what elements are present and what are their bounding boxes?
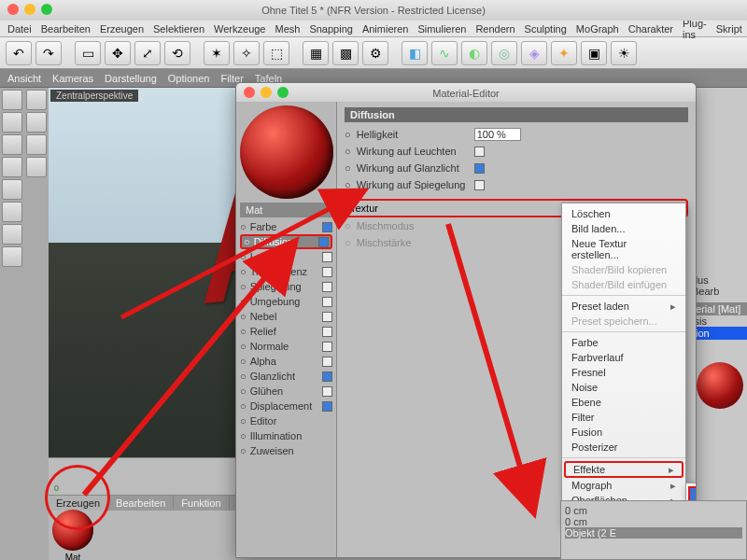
menu-item[interactable]: Mesh — [275, 23, 300, 35]
channel-glanzlicht[interactable]: ○Glanzlicht — [240, 369, 332, 384]
render-button[interactable]: ▦ — [303, 41, 329, 65]
snap-edge-icon[interactable] — [26, 134, 47, 155]
ctx-effekte[interactable]: Effekte — [564, 461, 684, 478]
scale-tool[interactable]: ⤢ — [134, 41, 161, 65]
minimize-icon[interactable] — [261, 87, 272, 98]
ctx-fresnel[interactable]: Fresnel — [562, 365, 685, 380]
ctx-neue-textur-erstellen-[interactable]: Neue Textur erstellen... — [562, 236, 685, 262]
snap-poly-icon[interactable] — [26, 157, 47, 177]
ctx-posterizer[interactable]: Posterizer — [562, 440, 685, 455]
channel-illumination[interactable]: ○Illumination — [240, 428, 332, 443]
ctx-filter[interactable]: Filter — [562, 410, 685, 425]
menu-item[interactable]: Snapping — [309, 23, 353, 35]
menu-item[interactable]: Rendern — [475, 23, 514, 35]
menu-item[interactable]: Werkzeuge — [214, 23, 265, 35]
ctx-noise[interactable]: Noise — [562, 380, 685, 395]
channel-alpha[interactable]: ○Alpha — [240, 354, 332, 369]
object-mode-icon[interactable] — [2, 112, 22, 133]
channel-spiegelung[interactable]: ○Spiegelung — [240, 279, 332, 294]
uv-mode-icon[interactable] — [2, 246, 22, 267]
material-name-field[interactable]: Mat — [240, 203, 332, 217]
polygon-mode-icon[interactable] — [2, 179, 22, 200]
subtab[interactable]: Ansicht — [7, 73, 41, 84]
zoom-icon[interactable] — [277, 87, 289, 98]
texture-mode-icon[interactable] — [2, 202, 22, 222]
menu-item[interactable]: Animieren — [362, 23, 409, 35]
nurbs-primitive[interactable]: ◐ — [461, 41, 487, 65]
snap-point-icon[interactable] — [26, 112, 47, 133]
checkbox[interactable] — [474, 147, 485, 157]
snap-grid-icon[interactable] — [26, 90, 47, 110]
channel-transparenz[interactable]: ○Transparenz — [240, 264, 332, 279]
ctx-farbe[interactable]: Farbe — [562, 335, 685, 350]
channel-glühen[interactable]: ○Glühen — [240, 384, 332, 399]
channel-leuchten[interactable]: ○Leuchten — [240, 249, 332, 264]
checkbox[interactable] — [322, 357, 332, 367]
axis-mode-icon[interactable] — [2, 224, 22, 245]
material-preview[interactable] — [240, 105, 333, 199]
menu-item[interactable]: Simulieren — [417, 23, 466, 35]
checkbox[interactable] — [474, 180, 485, 190]
subtab[interactable]: Optionen — [168, 73, 210, 84]
menu-item[interactable]: Sculpting — [525, 23, 567, 35]
ctx-l-schen[interactable]: Löschen — [562, 206, 685, 221]
light-primitive[interactable]: ☀ — [611, 41, 637, 65]
minimize-icon[interactable] — [24, 4, 35, 15]
ctx-preset-laden[interactable]: Preset laden — [562, 299, 685, 314]
subtab[interactable]: Darstellung — [105, 73, 157, 84]
close-icon[interactable] — [244, 87, 255, 98]
checkbox[interactable] — [474, 163, 485, 174]
axis-button[interactable]: ✧ — [233, 41, 260, 65]
menu-item[interactable]: Datei — [7, 23, 32, 35]
menu-item[interactable]: Skript — [716, 23, 742, 35]
close-icon[interactable] — [7, 4, 19, 15]
checkbox[interactable] — [318, 237, 329, 247]
channel-normale[interactable]: ○Normale — [240, 339, 332, 354]
mat-tab-funktion[interactable]: Funktion — [174, 496, 228, 511]
ctx-bild-laden-[interactable]: Bild laden... — [562, 221, 685, 236]
channel-farbe[interactable]: ○Farbe — [240, 219, 332, 234]
checkbox[interactable] — [322, 252, 332, 262]
move-tool[interactable]: ✥ — [105, 41, 131, 65]
generator-primitive[interactable]: ◎ — [491, 41, 517, 65]
checkbox[interactable] — [322, 386, 332, 397]
spline-primitive[interactable]: ∿ — [431, 41, 458, 65]
channel-editor[interactable]: ○Editor — [240, 413, 332, 428]
deformer-primitive[interactable]: ◈ — [521, 41, 547, 65]
checkbox[interactable] — [322, 401, 332, 412]
lock-button[interactable]: ⬚ — [263, 41, 289, 65]
cube-primitive[interactable]: ◧ — [402, 41, 428, 65]
menu-item[interactable]: Bearbeiten — [41, 23, 91, 35]
rotate-tool[interactable]: ⟲ — [164, 41, 190, 65]
subtab[interactable]: Kameras — [52, 73, 93, 84]
channel-diffusion[interactable]: ○Diffusion — [240, 234, 332, 249]
channel-nebel[interactable]: ○Nebel — [240, 309, 332, 324]
zoom-icon[interactable] — [41, 4, 52, 15]
edge-mode-icon[interactable] — [2, 157, 22, 177]
checkbox[interactable] — [322, 222, 332, 232]
material-swatch[interactable] — [52, 510, 93, 551]
checkbox[interactable] — [322, 267, 332, 277]
snap-button[interactable]: ✶ — [204, 41, 230, 65]
checkbox[interactable] — [322, 327, 332, 337]
menu-item[interactable]: Charakter — [628, 23, 673, 35]
brightness-value[interactable]: 100 % — [474, 128, 521, 141]
mat-tab-bearbeiten[interactable]: Bearbeiten — [108, 496, 173, 511]
camera-primitive[interactable]: ▣ — [581, 41, 607, 65]
ctx-ebene[interactable]: Ebene — [562, 395, 685, 410]
channel-zuweisen[interactable]: ○Zuweisen — [240, 443, 332, 458]
ctx-fusion[interactable]: Fusion — [562, 425, 685, 440]
model-mode-icon[interactable] — [2, 90, 22, 110]
menu-item[interactable]: Selektieren — [153, 23, 204, 35]
render-settings-button[interactable]: ⚙ — [362, 41, 388, 65]
point-mode-icon[interactable] — [2, 134, 22, 155]
menu-item[interactable]: Plug-ins — [683, 18, 707, 40]
render-region-button[interactable]: ▩ — [332, 41, 359, 65]
undo-button[interactable]: ↶ — [6, 41, 32, 65]
checkbox[interactable] — [322, 312, 332, 322]
menu-item[interactable]: MoGraph — [576, 23, 619, 35]
checkbox[interactable] — [322, 282, 332, 292]
menu-item[interactable]: Erzeugen — [100, 23, 144, 35]
select-tool[interactable]: ▭ — [75, 41, 101, 65]
checkbox[interactable] — [322, 342, 332, 352]
